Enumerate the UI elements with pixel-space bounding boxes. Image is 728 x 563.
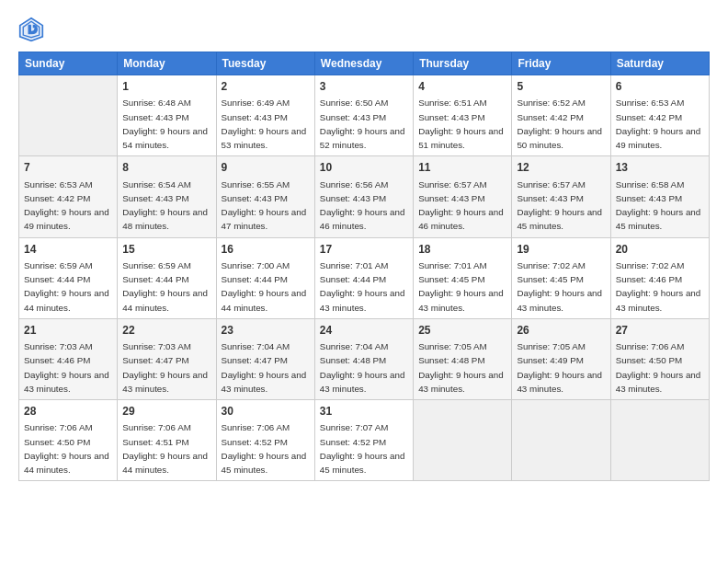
calendar-header: SundayMondayTuesdayWednesdayThursdayFrid… (19, 52, 710, 75)
day-sunset: Sunset: 4:43 PM (222, 112, 288, 122)
weekday-monday: Monday (118, 52, 216, 75)
table-row: 15Sunrise: 6:59 AMSunset: 4:44 PMDayligh… (118, 237, 216, 318)
day-number: 18 (418, 242, 506, 258)
day-sunrise: Sunrise: 6:57 AM (517, 179, 586, 190)
day-sunrise: Sunrise: 7:05 AM (418, 341, 487, 351)
table-row (512, 400, 610, 481)
day-number: 30 (222, 404, 310, 419)
day-number: 14 (24, 242, 112, 258)
weekday-friday: Friday (512, 52, 610, 75)
day-sunset: Sunset: 4:43 PM (616, 193, 682, 203)
day-sunset: Sunset: 4:52 PM (222, 437, 288, 447)
day-sunrise: Sunrise: 7:04 AM (320, 341, 389, 351)
day-sunrise: Sunrise: 6:51 AM (418, 98, 487, 108)
calendar-body: 1Sunrise: 6:48 AMSunset: 4:43 PMDaylight… (19, 75, 710, 481)
day-daylight: Daylight: 9 hours and 45 minutes. (616, 207, 701, 231)
day-daylight: Daylight: 9 hours and 44 minutes. (222, 288, 307, 312)
table-row (414, 400, 512, 481)
table-row: 3Sunrise: 6:50 AMSunset: 4:43 PMDaylight… (314, 75, 413, 156)
day-sunrise: Sunrise: 6:53 AM (24, 179, 93, 190)
day-daylight: Daylight: 9 hours and 43 minutes. (517, 288, 602, 312)
day-number: 16 (222, 242, 310, 258)
table-row: 23Sunrise: 7:04 AMSunset: 4:47 PMDayligh… (216, 318, 314, 399)
day-daylight: Daylight: 9 hours and 43 minutes. (24, 370, 109, 394)
day-number: 13 (616, 160, 704, 176)
weekday-row: SundayMondayTuesdayWednesdayThursdayFrid… (19, 52, 710, 75)
day-number: 19 (517, 242, 605, 258)
day-sunrise: Sunrise: 6:55 AM (222, 179, 290, 190)
day-sunset: Sunset: 4:42 PM (616, 112, 682, 122)
day-daylight: Daylight: 9 hours and 44 minutes. (122, 288, 208, 312)
logo-icon (18, 17, 44, 42)
day-daylight: Daylight: 9 hours and 54 minutes. (122, 126, 208, 150)
day-number: 23 (222, 323, 310, 339)
table-row: 31Sunrise: 7:07 AMSunset: 4:52 PMDayligh… (314, 400, 413, 481)
weekday-saturday: Saturday (610, 52, 709, 75)
day-sunset: Sunset: 4:45 PM (418, 274, 484, 284)
day-sunset: Sunset: 4:50 PM (24, 437, 90, 447)
day-sunrise: Sunrise: 6:49 AM (222, 98, 290, 108)
day-number: 21 (24, 323, 112, 339)
header (18, 17, 710, 42)
table-row: 26Sunrise: 7:05 AMSunset: 4:49 PMDayligh… (512, 318, 610, 399)
day-number: 20 (616, 242, 704, 258)
table-row: 27Sunrise: 7:06 AMSunset: 4:50 PMDayligh… (610, 318, 709, 399)
day-number: 29 (122, 404, 210, 419)
week-row-5: 28Sunrise: 7:06 AMSunset: 4:50 PMDayligh… (19, 400, 710, 481)
day-number: 25 (418, 323, 506, 339)
week-row-2: 7Sunrise: 6:53 AMSunset: 4:42 PMDaylight… (19, 156, 710, 237)
day-sunset: Sunset: 4:43 PM (418, 193, 484, 203)
table-row: 29Sunrise: 7:06 AMSunset: 4:51 PMDayligh… (118, 400, 216, 481)
day-daylight: Daylight: 9 hours and 43 minutes. (122, 370, 208, 394)
day-sunset: Sunset: 4:43 PM (517, 193, 583, 203)
day-number: 4 (418, 79, 506, 95)
table-row: 7Sunrise: 6:53 AMSunset: 4:42 PMDaylight… (19, 156, 118, 237)
weekday-sunday: Sunday (19, 52, 118, 75)
day-sunrise: Sunrise: 6:50 AM (320, 98, 389, 108)
table-row: 6Sunrise: 6:53 AMSunset: 4:42 PMDaylight… (610, 75, 709, 156)
day-number: 28 (24, 404, 112, 419)
day-sunrise: Sunrise: 7:06 AM (222, 422, 290, 432)
day-daylight: Daylight: 9 hours and 52 minutes. (320, 126, 405, 150)
day-sunset: Sunset: 4:43 PM (122, 112, 188, 122)
day-number: 15 (122, 242, 210, 258)
table-row: 10Sunrise: 6:56 AMSunset: 4:43 PMDayligh… (314, 156, 413, 237)
table-row: 2Sunrise: 6:49 AMSunset: 4:43 PMDaylight… (216, 75, 314, 156)
day-daylight: Daylight: 9 hours and 51 minutes. (418, 126, 504, 150)
day-daylight: Daylight: 9 hours and 45 minutes. (320, 451, 405, 475)
day-daylight: Daylight: 9 hours and 43 minutes. (320, 370, 405, 394)
table-row: 9Sunrise: 6:55 AMSunset: 4:43 PMDaylight… (216, 156, 314, 237)
day-sunset: Sunset: 4:44 PM (24, 274, 90, 284)
table-row: 19Sunrise: 7:02 AMSunset: 4:45 PMDayligh… (512, 237, 610, 318)
day-number: 31 (320, 404, 408, 419)
day-daylight: Daylight: 9 hours and 47 minutes. (222, 207, 307, 231)
weekday-wednesday: Wednesday (314, 52, 413, 75)
day-sunrise: Sunrise: 7:06 AM (24, 422, 93, 432)
day-sunset: Sunset: 4:48 PM (320, 355, 386, 365)
day-sunrise: Sunrise: 6:53 AM (616, 98, 685, 108)
table-row: 28Sunrise: 7:06 AMSunset: 4:50 PMDayligh… (19, 400, 118, 481)
table-row: 8Sunrise: 6:54 AMSunset: 4:43 PMDaylight… (118, 156, 216, 237)
day-number: 7 (24, 160, 112, 176)
logo (18, 17, 48, 42)
day-sunset: Sunset: 4:43 PM (320, 193, 386, 203)
calendar-table: SundayMondayTuesdayWednesdayThursdayFrid… (18, 52, 710, 481)
day-sunset: Sunset: 4:52 PM (320, 437, 386, 447)
table-row (19, 75, 118, 156)
day-sunset: Sunset: 4:44 PM (122, 274, 188, 284)
day-sunset: Sunset: 4:43 PM (418, 112, 484, 122)
day-daylight: Daylight: 9 hours and 44 minutes. (122, 451, 208, 475)
day-sunset: Sunset: 4:44 PM (320, 274, 386, 284)
table-row: 30Sunrise: 7:06 AMSunset: 4:52 PMDayligh… (216, 400, 314, 481)
table-row (610, 400, 709, 481)
day-daylight: Daylight: 9 hours and 44 minutes. (24, 288, 109, 312)
day-sunrise: Sunrise: 7:02 AM (517, 260, 586, 270)
table-row: 17Sunrise: 7:01 AMSunset: 4:44 PMDayligh… (314, 237, 413, 318)
day-number: 10 (320, 160, 408, 176)
day-daylight: Daylight: 9 hours and 48 minutes. (122, 207, 208, 231)
day-sunset: Sunset: 4:42 PM (517, 112, 583, 122)
day-number: 11 (418, 160, 506, 176)
day-daylight: Daylight: 9 hours and 43 minutes. (616, 288, 701, 312)
day-sunset: Sunset: 4:46 PM (24, 355, 90, 365)
day-daylight: Daylight: 9 hours and 43 minutes. (517, 370, 602, 394)
